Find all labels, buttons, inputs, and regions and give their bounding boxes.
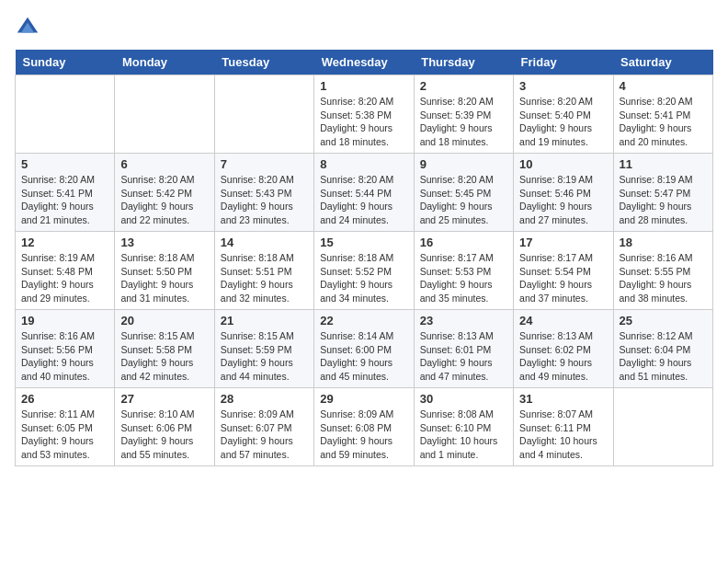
calendar-header-row: SundayMondayTuesdayWednesdayThursdayFrid… <box>16 50 713 75</box>
calendar-cell: 13Sunrise: 8:18 AM Sunset: 5:50 PM Dayli… <box>115 232 214 310</box>
day-of-week-header: Saturday <box>613 50 712 75</box>
day-number: 10 <box>519 157 607 171</box>
cell-info: Sunrise: 8:09 AM Sunset: 6:08 PM Dayligh… <box>320 408 407 462</box>
cell-info: Sunrise: 8:07 AM Sunset: 6:11 PM Dayligh… <box>519 408 607 462</box>
day-of-week-header: Tuesday <box>214 50 313 75</box>
cell-info: Sunrise: 8:16 AM Sunset: 5:55 PM Dayligh… <box>620 251 707 305</box>
calendar-cell: 7Sunrise: 8:20 AM Sunset: 5:43 PM Daylig… <box>214 154 313 232</box>
calendar-cell: 15Sunrise: 8:18 AM Sunset: 5:52 PM Dayli… <box>314 232 414 310</box>
calendar-cell <box>115 75 214 154</box>
calendar-cell: 19Sunrise: 8:16 AM Sunset: 5:56 PM Dayli… <box>16 310 115 388</box>
calendar-cell: 20Sunrise: 8:15 AM Sunset: 5:58 PM Dayli… <box>115 310 214 388</box>
day-number: 23 <box>420 314 507 327</box>
cell-info: Sunrise: 8:08 AM Sunset: 6:10 PM Dayligh… <box>420 408 507 462</box>
day-number: 24 <box>519 314 607 327</box>
calendar-cell: 22Sunrise: 8:14 AM Sunset: 6:00 PM Dayli… <box>314 310 414 388</box>
calendar-cell: 5Sunrise: 8:20 AM Sunset: 5:41 PM Daylig… <box>16 154 115 232</box>
day-number: 16 <box>420 236 507 249</box>
day-of-week-header: Sunday <box>16 50 115 75</box>
day-number: 31 <box>519 392 607 406</box>
cell-info: Sunrise: 8:10 AM Sunset: 6:06 PM Dayligh… <box>120 408 208 462</box>
day-number: 12 <box>21 236 108 249</box>
calendar-cell: 8Sunrise: 8:20 AM Sunset: 5:44 PM Daylig… <box>314 154 414 232</box>
calendar-cell <box>613 388 712 466</box>
cell-info: Sunrise: 8:16 AM Sunset: 5:56 PM Dayligh… <box>21 329 108 384</box>
day-number: 21 <box>221 314 308 327</box>
calendar-cell: 24Sunrise: 8:13 AM Sunset: 6:02 PM Dayli… <box>514 310 613 388</box>
day-number: 11 <box>620 157 707 171</box>
day-number: 27 <box>120 392 208 406</box>
logo <box>15 15 44 40</box>
cell-info: Sunrise: 8:20 AM Sunset: 5:38 PM Dayligh… <box>320 95 407 149</box>
cell-info: Sunrise: 8:17 AM Sunset: 5:54 PM Dayligh… <box>519 251 607 305</box>
day-number: 13 <box>120 236 208 249</box>
cell-info: Sunrise: 8:18 AM Sunset: 5:50 PM Dayligh… <box>120 251 208 305</box>
cell-info: Sunrise: 8:18 AM Sunset: 5:52 PM Dayligh… <box>320 251 407 305</box>
day-number: 30 <box>420 392 507 406</box>
day-number: 5 <box>21 157 108 171</box>
calendar-cell: 11Sunrise: 8:19 AM Sunset: 5:47 PM Dayli… <box>613 154 712 232</box>
calendar-cell: 17Sunrise: 8:17 AM Sunset: 5:54 PM Dayli… <box>514 232 613 310</box>
calendar-week-row: 12Sunrise: 8:19 AM Sunset: 5:48 PM Dayli… <box>16 232 713 310</box>
cell-info: Sunrise: 8:13 AM Sunset: 6:02 PM Dayligh… <box>519 329 607 384</box>
calendar-cell: 21Sunrise: 8:15 AM Sunset: 5:59 PM Dayli… <box>214 310 313 388</box>
cell-info: Sunrise: 8:18 AM Sunset: 5:51 PM Dayligh… <box>221 251 308 305</box>
cell-info: Sunrise: 8:19 AM Sunset: 5:47 PM Dayligh… <box>620 173 707 227</box>
calendar-cell <box>16 75 115 154</box>
calendar-cell: 3Sunrise: 8:20 AM Sunset: 5:40 PM Daylig… <box>514 75 613 154</box>
cell-info: Sunrise: 8:20 AM Sunset: 5:45 PM Dayligh… <box>420 173 507 227</box>
day-number: 25 <box>620 314 707 327</box>
cell-info: Sunrise: 8:09 AM Sunset: 6:07 PM Dayligh… <box>221 408 308 462</box>
cell-info: Sunrise: 8:20 AM Sunset: 5:43 PM Dayligh… <box>221 173 308 227</box>
day-number: 14 <box>221 236 308 249</box>
calendar-cell: 18Sunrise: 8:16 AM Sunset: 5:55 PM Dayli… <box>613 232 712 310</box>
day-number: 18 <box>620 236 707 249</box>
day-number: 19 <box>21 314 108 327</box>
calendar-cell: 14Sunrise: 8:18 AM Sunset: 5:51 PM Dayli… <box>214 232 313 310</box>
cell-info: Sunrise: 8:19 AM Sunset: 5:46 PM Dayligh… <box>519 173 607 227</box>
header <box>15 15 713 40</box>
cell-info: Sunrise: 8:20 AM Sunset: 5:41 PM Dayligh… <box>620 95 707 149</box>
day-number: 17 <box>519 236 607 249</box>
logo-icon <box>15 15 40 40</box>
calendar-week-row: 5Sunrise: 8:20 AM Sunset: 5:41 PM Daylig… <box>16 154 713 232</box>
calendar-cell <box>214 75 313 154</box>
day-of-week-header: Friday <box>514 50 613 75</box>
cell-info: Sunrise: 8:17 AM Sunset: 5:53 PM Dayligh… <box>420 251 507 305</box>
calendar-week-row: 19Sunrise: 8:16 AM Sunset: 5:56 PM Dayli… <box>16 310 713 388</box>
day-of-week-header: Thursday <box>414 50 513 75</box>
cell-info: Sunrise: 8:20 AM Sunset: 5:42 PM Dayligh… <box>120 173 208 227</box>
day-of-week-header: Wednesday <box>314 50 414 75</box>
day-number: 15 <box>320 236 407 249</box>
day-number: 9 <box>420 157 507 171</box>
day-number: 4 <box>620 79 707 93</box>
cell-info: Sunrise: 8:20 AM Sunset: 5:44 PM Dayligh… <box>320 173 407 227</box>
day-number: 8 <box>320 157 407 171</box>
cell-info: Sunrise: 8:19 AM Sunset: 5:48 PM Dayligh… <box>21 251 108 305</box>
calendar-cell: 16Sunrise: 8:17 AM Sunset: 5:53 PM Dayli… <box>414 232 513 310</box>
calendar-cell: 9Sunrise: 8:20 AM Sunset: 5:45 PM Daylig… <box>414 154 513 232</box>
calendar-cell: 10Sunrise: 8:19 AM Sunset: 5:46 PM Dayli… <box>514 154 613 232</box>
cell-info: Sunrise: 8:13 AM Sunset: 6:01 PM Dayligh… <box>420 329 507 384</box>
day-number: 20 <box>120 314 208 327</box>
calendar-cell: 26Sunrise: 8:11 AM Sunset: 6:05 PM Dayli… <box>16 388 115 466</box>
cell-info: Sunrise: 8:15 AM Sunset: 5:59 PM Dayligh… <box>221 329 308 384</box>
cell-info: Sunrise: 8:15 AM Sunset: 5:58 PM Dayligh… <box>120 329 208 384</box>
day-number: 1 <box>320 79 407 93</box>
calendar-cell: 28Sunrise: 8:09 AM Sunset: 6:07 PM Dayli… <box>214 388 313 466</box>
day-number: 26 <box>21 392 108 406</box>
calendar-cell: 12Sunrise: 8:19 AM Sunset: 5:48 PM Dayli… <box>16 232 115 310</box>
day-number: 28 <box>221 392 308 406</box>
calendar-cell: 25Sunrise: 8:12 AM Sunset: 6:04 PM Dayli… <box>613 310 712 388</box>
day-number: 2 <box>420 79 507 93</box>
calendar-cell: 23Sunrise: 8:13 AM Sunset: 6:01 PM Dayli… <box>414 310 513 388</box>
calendar-cell: 27Sunrise: 8:10 AM Sunset: 6:06 PM Dayli… <box>115 388 214 466</box>
calendar-cell: 1Sunrise: 8:20 AM Sunset: 5:38 PM Daylig… <box>314 75 414 154</box>
cell-info: Sunrise: 8:14 AM Sunset: 6:00 PM Dayligh… <box>320 329 407 384</box>
calendar-cell: 4Sunrise: 8:20 AM Sunset: 5:41 PM Daylig… <box>613 75 712 154</box>
day-number: 6 <box>120 157 208 171</box>
day-of-week-header: Monday <box>115 50 214 75</box>
calendar-cell: 2Sunrise: 8:20 AM Sunset: 5:39 PM Daylig… <box>414 75 513 154</box>
calendar-cell: 6Sunrise: 8:20 AM Sunset: 5:42 PM Daylig… <box>115 154 214 232</box>
day-number: 29 <box>320 392 407 406</box>
